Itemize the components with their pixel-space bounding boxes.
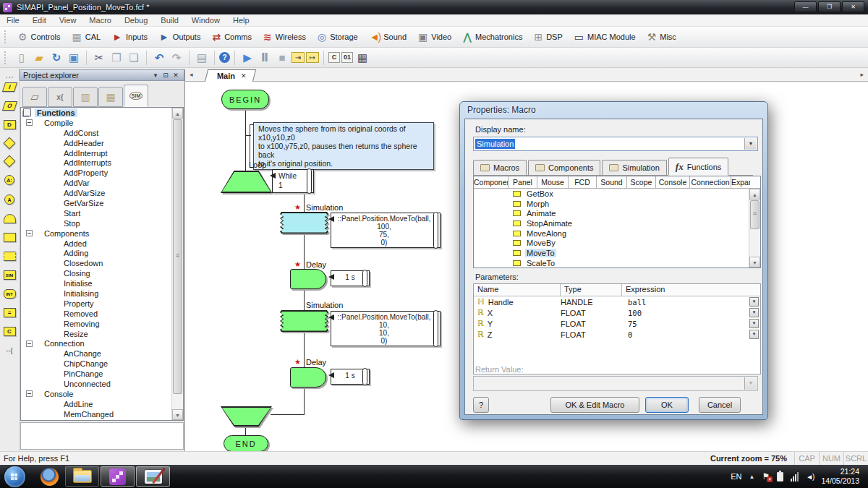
palette-item[interactable] [4, 233, 16, 242]
tree-item[interactable]: Added [21, 239, 171, 249]
close-tab-icon[interactable]: ✕ [241, 72, 247, 80]
component-category-button[interactable]: ► Outputs [153, 30, 206, 45]
copy-icon[interactable]: ❐ [109, 50, 124, 66]
function-list-item[interactable]: GetBox [474, 189, 760, 199]
component-category-button[interactable]: ≋ Wireless [258, 30, 312, 45]
scroll-down-icon[interactable]: ▼ [172, 409, 183, 420]
explorer-tab[interactable]: x{ [48, 87, 72, 107]
parameter-expression[interactable]: 0 [622, 330, 749, 339]
program-chip-icon[interactable]: ▦ [354, 50, 370, 66]
palette-item[interactable] [4, 252, 16, 261]
tree-item[interactable]: Removed [21, 309, 171, 319]
language-indicator[interactable]: EN [731, 472, 741, 481]
tree-item[interactable]: Closing [21, 268, 171, 278]
component-subtab[interactable]: Panel [509, 176, 537, 188]
function-list-item[interactable]: Animate [474, 208, 760, 218]
parameter-row[interactable]: ℍ Handle HANDLE ball ▼ [474, 296, 760, 307]
tree-item[interactable]: AddProperty [21, 168, 171, 178]
redo-icon[interactable]: ↷ [169, 50, 184, 66]
component-subtab[interactable]: Expand [731, 176, 750, 188]
function-list-item[interactable]: StopAnimate [474, 218, 760, 228]
ok-edit-macro-button[interactable]: OK & Edit Macro [550, 397, 639, 413]
taskbar-flowcode-button[interactable] [101, 466, 135, 487]
tree-item[interactable]: Components [21, 228, 171, 239]
start-button[interactable] [4, 466, 25, 487]
menu-item[interactable]: Build [154, 14, 184, 27]
network-signal-icon[interactable] [791, 472, 799, 481]
function-list-item[interactable]: MoveBy [474, 238, 760, 248]
component-subtab[interactable]: Console [656, 176, 690, 188]
explorer-tab[interactable]: SIM [124, 85, 148, 107]
tree-scrollbar[interactable]: ▲ ▼ [171, 108, 183, 420]
function-list-item[interactable]: MoveAlong [474, 228, 760, 239]
tree-item[interactable]: Functions [21, 108, 171, 118]
tree-item[interactable]: Removing [21, 319, 171, 329]
begin-block[interactable]: BEGIN [221, 90, 269, 109]
chevron-down-icon[interactable]: ▼ [749, 297, 759, 307]
tree-item[interactable]: Resize [21, 329, 171, 339]
end-block[interactable]: END [224, 435, 268, 451]
tree-item[interactable]: GetVarSize [21, 198, 171, 208]
tree-collapse-icon[interactable] [26, 230, 33, 236]
dialog-title[interactable]: Properties: Macro [460, 102, 767, 119]
component-category-button[interactable]: ⇄ Comms [206, 30, 258, 45]
close-icon[interactable]: ✕ [842, 1, 864, 12]
palette-item[interactable]: INT [4, 289, 16, 299]
parameter-row[interactable]: ℝ X FLOAT 100 ▼ [474, 307, 760, 318]
delay-block-2[interactable] [290, 367, 326, 388]
tree-collapse-icon[interactable] [26, 341, 33, 347]
dialog-tab[interactable]: Components [528, 160, 600, 175]
tree-item[interactable]: Initialise [21, 278, 171, 288]
run-icon[interactable]: ▶ [239, 50, 255, 66]
tree-item[interactable]: Property [21, 299, 171, 309]
close-icon[interactable]: ✕ [171, 72, 181, 79]
tree-item[interactable]: Closedown [21, 258, 171, 268]
component-subtab[interactable]: FCD [569, 176, 597, 188]
component-category-button[interactable]: ⚒ Misc [642, 30, 682, 45]
component-subtab[interactable]: Scope [627, 176, 656, 188]
clock[interactable]: 21:24 14/05/2013 [821, 467, 859, 486]
tree-item[interactable]: AddVar [21, 178, 171, 188]
stop-icon[interactable]: ■ [274, 50, 290, 66]
loop-end-block[interactable] [221, 406, 272, 427]
simulation-block-2[interactable] [280, 310, 328, 332]
tree-item[interactable]: MemChanged [21, 409, 171, 419]
menu-item[interactable]: Help [226, 14, 256, 27]
loop-start-block[interactable] [221, 171, 272, 193]
chevron-down-icon[interactable]: ▼ [749, 319, 759, 328]
component-category-button[interactable]: ▭ MIAC Module [569, 30, 642, 45]
menu-item[interactable]: View [53, 14, 83, 27]
menu-item[interactable]: Debug [118, 14, 154, 27]
pause-icon[interactable]: Ⅱ [257, 50, 273, 66]
component-subtab[interactable]: Mouse [537, 176, 569, 188]
menu-item[interactable]: Window [185, 14, 226, 27]
taskbar-firefox-button[interactable] [35, 466, 64, 487]
tree-item[interactable]: AddInterrupts [21, 158, 171, 168]
scrollbar-thumb[interactable] [750, 200, 760, 229]
comment-block[interactable]: Moves the sphere from its original coord… [253, 122, 434, 170]
tree-item[interactable]: Stop [21, 218, 171, 228]
tree-item[interactable]: AddLine [21, 399, 171, 409]
new-file-icon[interactable]: ▯ [14, 50, 30, 66]
palette-item[interactable] [5, 157, 14, 166]
save-icon[interactable]: ▣ [66, 50, 82, 66]
tab-scroll-right-icon[interactable]: ▸ [860, 71, 864, 78]
volume-icon[interactable]: ◄) [806, 473, 814, 481]
cancel-button[interactable]: Cancel [699, 397, 741, 413]
palette-item[interactable] [5, 139, 14, 147]
palette-item[interactable]: A: [4, 175, 14, 185]
palette-item[interactable]: I [4, 82, 16, 92]
menu-item[interactable]: File [0, 14, 26, 27]
palette-item[interactable]: SIM [4, 270, 16, 280]
tree-item[interactable]: Unconnected [21, 379, 171, 389]
tree-item[interactable]: Adding [21, 248, 171, 258]
minimize-icon[interactable]: — [794, 1, 817, 12]
step-into-icon[interactable]: ⇥ [292, 52, 305, 63]
palette-item[interactable]: --{ [4, 346, 16, 355]
tree-collapse-icon[interactable] [26, 390, 33, 397]
taskbar-paint-button[interactable] [136, 466, 170, 487]
tree-item[interactable]: Compile [21, 118, 171, 128]
tree-item[interactable]: ChipChange [21, 359, 171, 369]
palette-item[interactable]: C [4, 327, 16, 336]
dialog-tab[interactable]: Macros [473, 160, 527, 175]
